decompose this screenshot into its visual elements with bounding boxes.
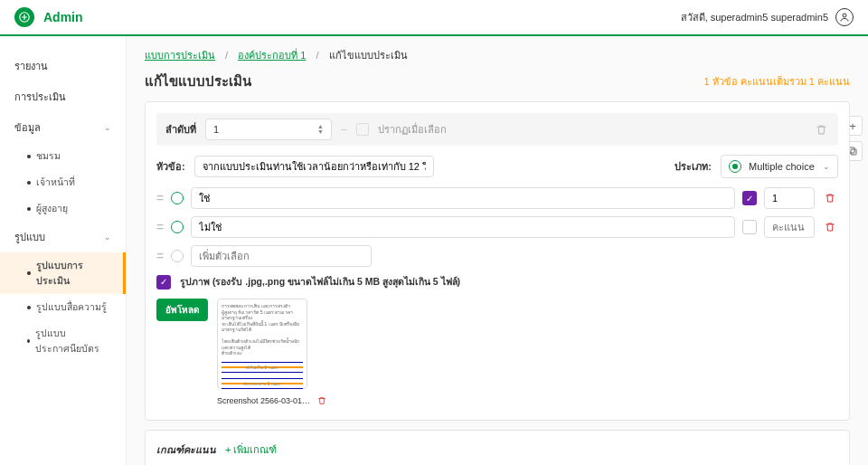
header-right: สวัสดี, superadmin5 superadmin5	[681, 8, 854, 26]
header-left: Admin	[14, 7, 83, 27]
sidebar-sub-eval-template[interactable]: รูปแบบการประเมิน	[0, 252, 126, 294]
app-header: Admin สวัสดี, superadmin5 superadmin5	[0, 0, 868, 36]
sidebar: รายงาน การประเมิน ข้อมูล⌄ ชมรม เจ้าหน้าท…	[0, 36, 127, 465]
option-score-input[interactable]	[764, 216, 815, 238]
show-when-checkbox[interactable]	[356, 123, 369, 136]
option-score-checkbox[interactable]: ✓	[742, 220, 757, 234]
option-text-input[interactable]	[191, 216, 735, 238]
page-title: แก้ไขแบบประเมิน	[145, 71, 251, 92]
image-thumbnail[interactable]: การทดสอบ การเดิน และการทรงตัวผู้สูงอายุ …	[217, 299, 307, 389]
delete-image-icon[interactable]	[314, 393, 330, 409]
option-row-2: = ✓	[156, 216, 838, 238]
chevron-down-icon: ⌄	[104, 232, 111, 242]
type-label: ประเภท:	[675, 158, 712, 175]
sort-arrows-icon: ▲▼	[317, 124, 324, 135]
svg-point-1	[843, 14, 846, 17]
criteria-title: เกณฑ์คะแนน	[156, 441, 216, 458]
breadcrumb-b[interactable]: องค์ประกอบที่ 1	[238, 50, 306, 61]
order-label: ลำดับที่	[165, 121, 196, 138]
option-radio[interactable]	[171, 250, 184, 262]
avatar-icon[interactable]	[835, 8, 854, 26]
criteria-card: เกณฑ์คะแนน + เพิ่มเกณฑ์ น้อยกว่า⌄ ขึ้นข้…	[145, 430, 850, 465]
svg-rect-2	[851, 149, 856, 155]
page-meta: 1 หัวข้อ คะแนนเต็มรวม 1 คะแนน	[704, 73, 850, 90]
thumb-bar: ส่งระยะทาง 3 เมตร	[222, 378, 303, 389]
image-label: รูปภาพ (รองรับ .jpg,.png ขนาดไฟล์ไม่เกิน…	[180, 274, 460, 289]
breadcrumb: แบบการประเมิน / องค์ประกอบที่ 1 / แก้ไขแ…	[145, 47, 850, 63]
option-text-input[interactable]	[191, 187, 735, 209]
add-criteria-link[interactable]: + เพิ่มเกณฑ์	[225, 441, 277, 458]
chevron-down-icon: ⌄	[104, 123, 111, 132]
delete-option-icon[interactable]	[822, 219, 838, 235]
logo-icon	[14, 7, 34, 27]
thumb-bar: ส่งไม่เกิน 5 เมตร	[222, 362, 303, 373]
sidebar-item-assessment[interactable]: การประเมิน	[0, 81, 126, 112]
question-type-select[interactable]: Multiple choice ⌄	[721, 155, 838, 178]
option-row-1: = ✓	[156, 187, 838, 209]
option-radio[interactable]	[171, 192, 184, 204]
question-title-input[interactable]	[194, 156, 434, 177]
sidebar-item-data[interactable]: ข้อมูล⌄	[0, 112, 126, 143]
sidebar-sub-club[interactable]: ชมรม	[0, 143, 126, 169]
option-score-checkbox[interactable]: ✓	[742, 191, 757, 205]
sidebar-item-template[interactable]: รูปแบบ⌄	[0, 222, 126, 252]
option-score-input[interactable]	[764, 187, 815, 209]
image-enable-checkbox[interactable]: ✓	[156, 275, 171, 289]
sidebar-sub-staff[interactable]: เจ้าหน้าที่	[0, 169, 126, 195]
sidebar-sub-elderly[interactable]: ผู้สูงอายุ	[0, 195, 126, 222]
main-content: แบบการประเมิน / องค์ประกอบที่ 1 / แก้ไขแ…	[127, 36, 868, 465]
upload-button[interactable]: อัพโหลด	[156, 299, 208, 321]
greeting-text: สวัสดี, superadmin5 superadmin5	[681, 9, 828, 25]
drag-handle-icon[interactable]: =	[156, 249, 164, 263]
breadcrumb-a[interactable]: แบบการประเมิน	[145, 50, 215, 61]
delete-question-icon[interactable]	[813, 121, 829, 138]
drag-handle-icon[interactable]: =	[156, 191, 164, 205]
chevron-down-icon: ⌄	[823, 162, 830, 171]
question-card: ลำดับที่ 1 ▲▼ – ปรากฏเมื่อเลือก หัวข้อ: …	[145, 101, 850, 421]
sidebar-sub-cert-template[interactable]: รูปแบบประกาศนียบัตร	[0, 320, 126, 362]
delete-option-icon[interactable]	[822, 190, 838, 206]
add-option-row: =	[156, 245, 838, 267]
thumb-caption: Screenshot 2566-03-01…	[217, 396, 310, 405]
option-radio[interactable]	[171, 221, 184, 233]
add-option-input[interactable]	[191, 245, 372, 267]
title-label: หัวข้อ:	[156, 158, 185, 175]
order-select[interactable]: 1 ▲▼	[205, 119, 332, 140]
show-when-label: ปรากฏเมื่อเลือก	[378, 121, 447, 138]
brand-text: Admin	[43, 10, 83, 24]
sidebar-item-report[interactable]: รายงาน	[0, 51, 126, 81]
radio-icon	[729, 160, 741, 173]
breadcrumb-c: แก้ไขแบบประเมิน	[329, 50, 408, 61]
sidebar-sub-media-template[interactable]: รูปแบบสื่อความรู้	[0, 294, 126, 320]
drag-handle-icon[interactable]: =	[156, 220, 164, 234]
thumb-preview-text: การทดสอบ การเดิน และการทรงตัวผู้สูงอายุ …	[222, 303, 303, 356]
